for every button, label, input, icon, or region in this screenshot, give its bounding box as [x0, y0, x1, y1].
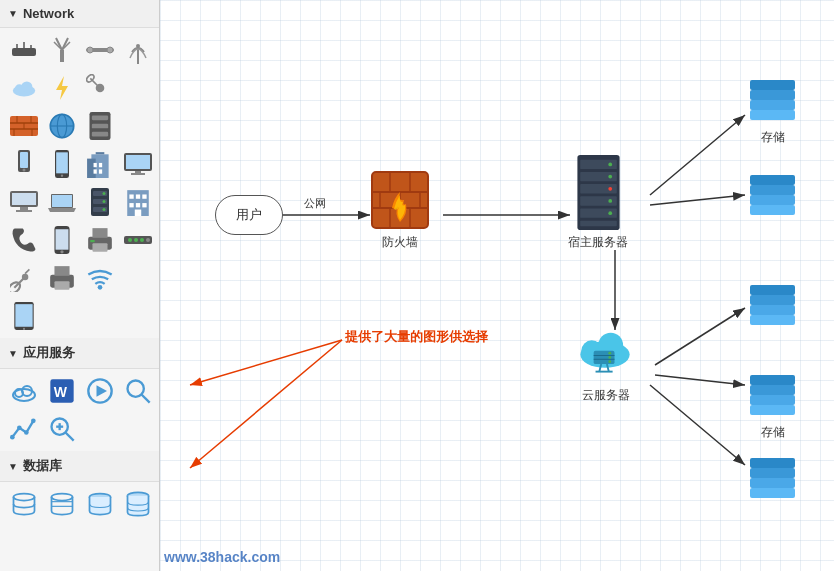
svg-rect-171	[750, 305, 795, 315]
icon-phone2[interactable]	[6, 222, 42, 258]
icon-laptop[interactable]	[44, 184, 80, 220]
icon-cable[interactable]	[82, 32, 118, 68]
svg-point-89	[98, 285, 103, 290]
node-storage3[interactable]	[745, 285, 800, 330]
svg-rect-75	[92, 243, 107, 252]
svg-rect-173	[750, 285, 795, 295]
svg-rect-42	[99, 163, 102, 167]
storage4-svg	[745, 375, 800, 420]
svg-point-37	[61, 175, 63, 177]
svg-point-148	[608, 199, 612, 203]
icon-empty5	[82, 298, 118, 334]
user-label: 用户	[215, 195, 283, 235]
icon-sat2[interactable]	[6, 260, 42, 296]
node-storage2[interactable]	[745, 175, 800, 220]
node-storage5[interactable]	[745, 458, 800, 503]
icon-tablet[interactable]	[6, 298, 42, 334]
icon-globe[interactable]	[44, 108, 80, 144]
svg-point-84	[22, 274, 28, 280]
svg-rect-41	[94, 163, 97, 167]
svg-rect-88	[54, 281, 69, 290]
icon-satellite[interactable]	[82, 70, 118, 106]
svg-line-121	[650, 115, 745, 195]
icon-db1[interactable]	[6, 486, 42, 522]
svg-rect-0	[12, 48, 36, 56]
icon-monitor[interactable]	[120, 146, 156, 182]
icon-cloud[interactable]	[6, 70, 42, 106]
svg-point-34	[23, 169, 26, 172]
svg-rect-177	[750, 375, 795, 385]
section-database[interactable]: ▼ 数据库	[0, 451, 159, 482]
svg-line-101	[142, 395, 150, 403]
node-storage4[interactable]: 存储	[745, 375, 800, 441]
host-server-svg	[571, 155, 626, 230]
svg-line-85	[25, 269, 29, 273]
icon-empty4	[44, 298, 80, 334]
icon-desktop[interactable]	[6, 184, 42, 220]
icon-antenna[interactable]	[120, 32, 156, 68]
node-host-server[interactable]: 宿主服务器	[568, 155, 628, 251]
icon-search[interactable]	[120, 373, 156, 409]
icon-cloud2[interactable]	[6, 373, 42, 409]
canvas[interactable]: 公网 用户	[160, 0, 834, 571]
icon-zoom[interactable]	[44, 411, 80, 447]
svg-rect-181	[750, 458, 795, 468]
icon-play[interactable]	[82, 373, 118, 409]
svg-rect-175	[750, 395, 795, 405]
svg-rect-29	[92, 116, 108, 121]
svg-rect-71	[56, 229, 69, 249]
node-firewall[interactable]: 防火墙	[370, 170, 430, 251]
database-icon-grid	[0, 482, 159, 526]
svg-rect-40	[96, 152, 105, 154]
icon-router[interactable]	[6, 32, 42, 68]
section-network[interactable]: ▼ Network	[0, 0, 159, 28]
cloud-server-label: 云服务器	[582, 387, 630, 404]
icon-chart[interactable]	[6, 411, 42, 447]
icon-db3[interactable]	[82, 486, 118, 522]
icon-mobile2[interactable]	[44, 222, 80, 258]
svg-line-126	[650, 385, 745, 465]
icon-rack[interactable]	[82, 108, 118, 144]
icon-db4[interactable]	[120, 486, 156, 522]
icon-phone[interactable]	[6, 146, 42, 182]
svg-point-79	[134, 238, 138, 242]
svg-point-92	[23, 328, 25, 330]
svg-marker-13	[56, 76, 68, 100]
node-user[interactable]: 用户	[215, 195, 283, 235]
icon-printer2[interactable]	[44, 260, 80, 296]
svg-point-60	[103, 200, 106, 203]
svg-point-158	[608, 360, 611, 363]
icon-empty8	[120, 411, 156, 447]
svg-point-100	[128, 381, 144, 397]
svg-point-110	[14, 494, 35, 501]
svg-point-145	[608, 163, 612, 167]
svg-rect-33	[20, 152, 28, 168]
icon-tower[interactable]	[44, 32, 80, 68]
node-storage1[interactable]: 存储	[745, 80, 800, 146]
icon-db2[interactable]	[44, 486, 80, 522]
arrow-appservices: ▼	[8, 348, 18, 359]
arrows-svg: 公网	[160, 0, 834, 571]
icon-wifi[interactable]	[82, 260, 118, 296]
icon-server2[interactable]	[82, 184, 118, 220]
svg-rect-31	[92, 132, 108, 137]
section-appservices[interactable]: ▼ 应用服务	[0, 338, 159, 369]
svg-rect-167	[750, 195, 795, 205]
svg-rect-48	[131, 173, 145, 175]
node-cloud-server[interactable]: 云服务器	[573, 328, 638, 404]
annotation-text: 提供了大量的图形供选择	[345, 328, 488, 346]
icon-lightning[interactable]	[44, 70, 80, 106]
icon-switch[interactable]	[120, 222, 156, 258]
storage1-svg	[745, 80, 800, 125]
svg-point-78	[128, 238, 132, 242]
icon-building2[interactable]	[120, 184, 156, 220]
icon-mobile[interactable]	[44, 146, 80, 182]
icon-printer[interactable]	[82, 222, 118, 258]
icon-word[interactable]: W	[44, 373, 80, 409]
svg-rect-65	[142, 194, 146, 198]
svg-rect-165	[750, 80, 795, 90]
icon-brick[interactable]	[6, 108, 42, 144]
icon-building[interactable]	[82, 146, 118, 182]
section-appservices-label: 应用服务	[23, 344, 75, 362]
svg-rect-144	[580, 221, 617, 227]
